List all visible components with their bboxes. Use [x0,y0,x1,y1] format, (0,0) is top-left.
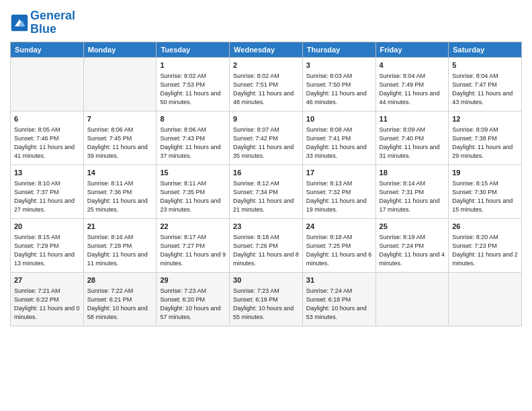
calendar-cell: 29Sunrise: 7:23 AM Sunset: 6:20 PM Dayli… [157,272,230,326]
calendar-cell: 20Sunrise: 8:15 AM Sunset: 7:29 PM Dayli… [11,218,84,272]
day-info: Sunrise: 7:24 AM Sunset: 6:18 PM Dayligh… [306,287,372,322]
day-number: 22 [160,222,226,232]
logo: General Blue [10,9,75,36]
calendar-cell: 2Sunrise: 8:02 AM Sunset: 7:51 PM Daylig… [230,57,303,111]
day-info: Sunrise: 8:03 AM Sunset: 7:50 PM Dayligh… [306,72,372,107]
day-info: Sunrise: 8:08 AM Sunset: 7:41 PM Dayligh… [306,126,372,161]
day-number: 7 [87,114,153,124]
calendar-cell [449,272,522,326]
calendar-cell: 6Sunrise: 8:05 AM Sunset: 7:46 PM Daylig… [11,111,84,165]
calendar-cell: 14Sunrise: 8:11 AM Sunset: 7:36 PM Dayli… [83,165,157,218]
day-number: 3 [306,60,372,71]
calendar-cell [83,57,157,111]
col-tuesday: Tuesday [157,42,230,57]
day-info: Sunrise: 8:07 AM Sunset: 7:42 PM Dayligh… [233,126,299,161]
calendar-cell: 24Sunrise: 8:18 AM Sunset: 7:25 PM Dayli… [302,218,375,272]
col-monday: Monday [83,42,157,57]
day-number: 19 [452,168,518,178]
day-number: 24 [306,222,372,232]
calendar-week-1: 1Sunrise: 8:02 AM Sunset: 7:53 PM Daylig… [11,57,522,111]
day-info: Sunrise: 8:06 AM Sunset: 7:43 PM Dayligh… [160,126,226,161]
day-info: Sunrise: 8:06 AM Sunset: 7:45 PM Dayligh… [87,126,153,161]
day-number: 20 [14,222,80,232]
day-info: Sunrise: 8:10 AM Sunset: 7:37 PM Dayligh… [14,179,80,214]
calendar-cell: 28Sunrise: 7:22 AM Sunset: 6:21 PM Dayli… [83,272,157,326]
day-info: Sunrise: 8:02 AM Sunset: 7:51 PM Dayligh… [233,72,299,107]
calendar-cell: 30Sunrise: 7:23 AM Sunset: 6:19 PM Dayli… [230,272,303,326]
day-info: Sunrise: 8:09 AM Sunset: 7:38 PM Dayligh… [452,126,518,161]
col-sunday: Sunday [11,42,84,57]
calendar-cell: 10Sunrise: 8:08 AM Sunset: 7:41 PM Dayli… [302,111,375,165]
calendar-cell: 22Sunrise: 8:17 AM Sunset: 7:27 PM Dayli… [157,218,230,272]
day-info: Sunrise: 8:20 AM Sunset: 7:23 PM Dayligh… [452,233,518,268]
day-info: Sunrise: 8:02 AM Sunset: 7:53 PM Dayligh… [160,72,226,107]
calendar-cell: 3Sunrise: 8:03 AM Sunset: 7:50 PM Daylig… [302,57,375,111]
logo-blue: Blue [30,22,56,36]
calendar-week-4: 20Sunrise: 8:15 AM Sunset: 7:29 PM Dayli… [11,218,522,272]
calendar-cell: 18Sunrise: 8:14 AM Sunset: 7:31 PM Dayli… [375,165,449,218]
day-info: Sunrise: 8:16 AM Sunset: 7:28 PM Dayligh… [87,233,153,268]
calendar-cell: 19Sunrise: 8:15 AM Sunset: 7:30 PM Dayli… [449,165,522,218]
calendar-table: Sunday Monday Tuesday Wednesday Thursday… [10,42,522,326]
col-saturday: Saturday [449,42,522,57]
calendar-cell [11,57,84,111]
col-friday: Friday [375,42,449,57]
day-number: 26 [452,222,518,232]
day-number: 23 [233,222,299,232]
calendar-cell: 4Sunrise: 8:04 AM Sunset: 7:49 PM Daylig… [375,57,449,111]
day-info: Sunrise: 8:13 AM Sunset: 7:32 PM Dayligh… [306,179,372,214]
day-number: 17 [306,168,372,178]
day-info: Sunrise: 8:11 AM Sunset: 7:36 PM Dayligh… [87,179,153,214]
calendar-cell: 5Sunrise: 8:04 AM Sunset: 7:47 PM Daylig… [449,57,522,111]
logo-general: General [30,9,75,22]
day-info: Sunrise: 8:12 AM Sunset: 7:34 PM Dayligh… [233,179,299,214]
calendar-cell: 7Sunrise: 8:06 AM Sunset: 7:45 PM Daylig… [83,111,157,165]
calendar-cell: 12Sunrise: 8:09 AM Sunset: 7:38 PM Dayli… [449,111,522,165]
calendar-cell: 27Sunrise: 7:21 AM Sunset: 6:22 PM Dayli… [11,272,84,326]
day-info: Sunrise: 8:15 AM Sunset: 7:29 PM Dayligh… [14,233,80,268]
day-number: 21 [87,222,153,232]
calendar-cell: 26Sunrise: 8:20 AM Sunset: 7:23 PM Dayli… [449,218,522,272]
day-number: 6 [14,114,80,124]
day-number: 16 [233,168,299,178]
day-number: 14 [87,168,153,178]
calendar-week-3: 13Sunrise: 8:10 AM Sunset: 7:37 PM Dayli… [11,165,522,218]
day-info: Sunrise: 7:23 AM Sunset: 6:19 PM Dayligh… [233,287,299,322]
day-number: 11 [380,114,445,124]
day-number: 15 [160,168,226,178]
calendar-cell: 9Sunrise: 8:07 AM Sunset: 7:42 PM Daylig… [230,111,303,165]
day-number: 10 [306,114,372,124]
day-info: Sunrise: 8:05 AM Sunset: 7:46 PM Dayligh… [14,126,80,161]
day-info: Sunrise: 8:11 AM Sunset: 7:35 PM Dayligh… [160,179,226,214]
day-info: Sunrise: 8:18 AM Sunset: 7:26 PM Dayligh… [233,233,299,268]
day-number: 9 [233,114,299,124]
day-info: Sunrise: 8:18 AM Sunset: 7:25 PM Dayligh… [306,233,372,268]
day-info: Sunrise: 8:04 AM Sunset: 7:49 PM Dayligh… [380,72,445,107]
col-thursday: Thursday [302,42,375,57]
day-number: 25 [380,222,445,232]
calendar-cell: 23Sunrise: 8:18 AM Sunset: 7:26 PM Dayli… [230,218,303,272]
calendar-cell: 16Sunrise: 8:12 AM Sunset: 7:34 PM Dayli… [230,165,303,218]
day-number: 1 [160,60,226,71]
calendar-cell: 1Sunrise: 8:02 AM Sunset: 7:53 PM Daylig… [157,57,230,111]
day-info: Sunrise: 8:17 AM Sunset: 7:27 PM Dayligh… [160,233,226,268]
day-number: 27 [14,275,80,285]
day-number: 12 [452,114,518,124]
day-info: Sunrise: 8:09 AM Sunset: 7:40 PM Dayligh… [380,126,445,161]
day-number: 2 [233,60,299,71]
header: General Blue [10,7,522,36]
day-info: Sunrise: 8:19 AM Sunset: 7:24 PM Dayligh… [380,233,445,268]
calendar-week-5: 27Sunrise: 7:21 AM Sunset: 6:22 PM Dayli… [11,272,522,326]
day-info: Sunrise: 8:04 AM Sunset: 7:47 PM Dayligh… [452,72,518,107]
day-number: 4 [380,60,445,71]
day-number: 13 [14,168,80,178]
calendar-week-2: 6Sunrise: 8:05 AM Sunset: 7:46 PM Daylig… [11,111,522,165]
day-number: 18 [380,168,445,178]
calendar-cell: 25Sunrise: 8:19 AM Sunset: 7:24 PM Dayli… [375,218,449,272]
day-number: 30 [233,275,299,285]
day-info: Sunrise: 8:14 AM Sunset: 7:31 PM Dayligh… [380,179,445,214]
day-number: 8 [160,114,226,124]
day-info: Sunrise: 7:23 AM Sunset: 6:20 PM Dayligh… [160,287,226,322]
calendar-cell: 13Sunrise: 8:10 AM Sunset: 7:37 PM Dayli… [11,165,84,218]
calendar-cell: 17Sunrise: 8:13 AM Sunset: 7:32 PM Dayli… [302,165,375,218]
